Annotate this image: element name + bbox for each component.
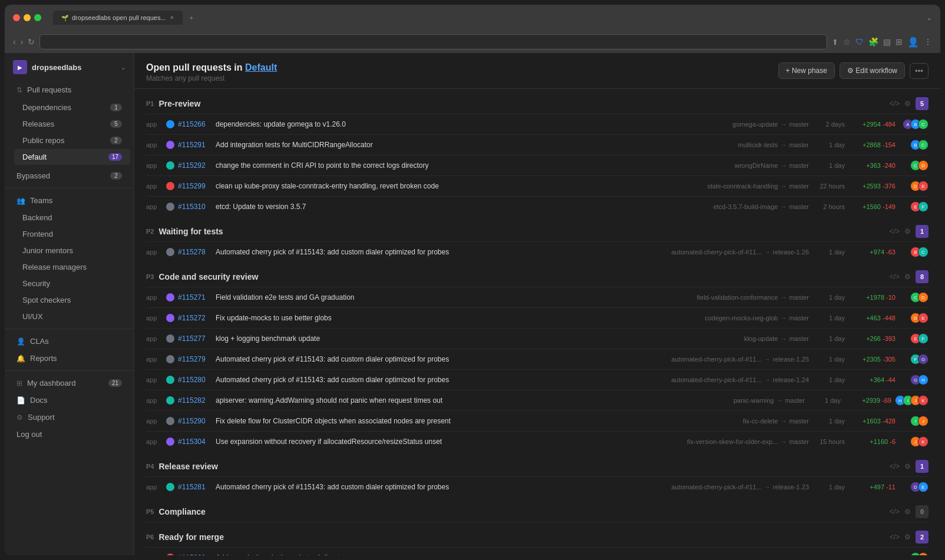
pr-number[interactable]: #115299 <box>178 182 212 190</box>
code-icon-p5[interactable]: </> <box>890 508 900 516</box>
diff-del: -393 <box>883 335 896 342</box>
org-header[interactable]: ▶ dropseedlabs ⌄ <box>5 53 134 81</box>
sidebar-item-public-repos[interactable]: Public repos 2 <box>14 132 130 148</box>
avatar-group: CD <box>910 160 929 171</box>
settings-icon-p6[interactable]: ⚙ <box>904 533 911 541</box>
pr-number[interactable]: #115291 <box>178 141 212 149</box>
sidebar-item-dependencies[interactable]: Dependencies 1 <box>14 100 130 115</box>
default-badge: 17 <box>108 153 122 161</box>
sidebar-item-docs[interactable]: 📄 Docs <box>8 392 130 408</box>
pr-title[interactable]: Automated cherry pick of #115143: add cu… <box>216 248 668 256</box>
pr-title[interactable]: Fix update-mocks to use better globs <box>216 314 701 322</box>
pr-title[interactable]: klog + logging benchmark update <box>216 334 741 343</box>
reload-button[interactable]: ↻ <box>28 37 35 47</box>
sidebar-item-frontend[interactable]: Frontend <box>14 226 130 242</box>
more-options-icon[interactable]: ⋮ <box>924 37 932 47</box>
close-button[interactable] <box>13 14 20 21</box>
pr-title[interactable]: apiserver: warning.AddWarning should not… <box>216 396 730 405</box>
pr-title[interactable]: clean up kube-proxy stale-conntrack-entr… <box>216 182 704 190</box>
pr-number[interactable]: #115304 <box>178 438 212 446</box>
pr-number[interactable]: #115310 <box>178 203 212 211</box>
share-icon[interactable]: ⬆ <box>832 38 838 47</box>
maximize-button[interactable] <box>34 14 41 21</box>
sidebar-item-releases[interactable]: Releases 5 <box>14 116 130 132</box>
phase-header-p6: P6 Ready for merge </> ⚙ 2 <box>146 522 929 548</box>
code-icon-p4[interactable]: </> <box>890 462 900 470</box>
pr-number[interactable]: #115269 <box>178 554 212 555</box>
pr-number[interactable]: #115281 <box>178 483 212 491</box>
branch-to: master <box>789 554 809 555</box>
sidebar-item-teams[interactable]: 👥 Teams <box>8 193 130 208</box>
sidebar-item-support[interactable]: ⚙ Support <box>8 409 130 425</box>
address-bar[interactable] <box>39 34 827 49</box>
main-header: Open pull requests in Default Matches an… <box>134 53 940 89</box>
pr-title[interactable]: Add new device plugin socket subdirector… <box>216 554 723 555</box>
sidebar-item-pull-requests[interactable]: ⇅ Pull requests <box>8 82 130 98</box>
minimize-button[interactable] <box>24 14 31 21</box>
pr-title[interactable]: Automated cherry pick of #115143: add cu… <box>216 483 668 491</box>
pr-title[interactable]: dependencies: update gomega to v1.26.0 <box>216 120 729 128</box>
new-phase-button[interactable]: + New phase <box>778 62 835 79</box>
pr-number[interactable]: #115279 <box>178 355 212 363</box>
pr-diff: +266 -393 <box>848 335 896 342</box>
pr-title[interactable]: Automated cherry pick of #115143: add cu… <box>216 355 668 363</box>
sidebar-item-backend[interactable]: Backend <box>14 210 130 226</box>
tab-close-icon[interactable]: ✕ <box>170 15 174 21</box>
pr-number[interactable]: #115292 <box>178 161 212 170</box>
sidebar-item-spot-checkers[interactable]: Spot checkers <box>14 292 130 308</box>
sidebar-item-ui-ux[interactable]: UI/UX <box>14 309 130 324</box>
tab-overview-icon[interactable]: ⊞ <box>896 37 903 47</box>
docs-label: Docs <box>30 396 122 405</box>
sidebar-icon[interactable]: ▤ <box>883 37 891 47</box>
pr-number[interactable]: #115271 <box>178 293 212 301</box>
code-icon-p6[interactable]: </> <box>890 533 900 541</box>
pr-title[interactable]: Use expansion without recovery if alloca… <box>216 438 683 446</box>
pr-number[interactable]: #115290 <box>178 417 212 425</box>
code-icon-p3[interactable]: </> <box>890 273 900 281</box>
code-icon-p1[interactable]: </> <box>890 100 900 108</box>
sidebar-item-security[interactable]: Security <box>14 276 130 291</box>
pr-title[interactable]: Automated cherry pick of #115143: add cu… <box>216 376 668 384</box>
pr-title[interactable]: Add integration tests for MultiCIDRRange… <box>216 141 735 149</box>
pr-title[interactable]: change the comment in CRI API to point t… <box>216 161 731 170</box>
profile-icon[interactable]: 👤 <box>907 37 919 48</box>
pr-title[interactable]: Field validation e2e tests and GA gradua… <box>216 293 693 301</box>
settings-icon-p4[interactable]: ⚙ <box>904 462 911 470</box>
sidebar-item-junior-mentors[interactable]: Junior mentors <box>14 243 130 259</box>
sidebar-item-release-managers[interactable]: Release managers <box>14 259 130 275</box>
active-tab[interactable]: 🌱 dropseedlabs open pull reques... ✕ <box>53 11 183 25</box>
more-options-button[interactable]: ••• <box>910 63 929 79</box>
pr-title[interactable]: etcd: Update to version 3.5.7 <box>216 203 710 211</box>
pr-app: app <box>146 483 163 491</box>
settings-icon-p3[interactable]: ⚙ <box>904 273 911 281</box>
back-button[interactable]: ‹ <box>13 37 16 47</box>
branch-to: master <box>789 438 809 445</box>
shield-icon[interactable]: 🛡 <box>855 37 864 47</box>
page-title-link[interactable]: Default <box>245 62 277 72</box>
diff-add: +2954 <box>863 121 881 128</box>
sidebar-item-clas[interactable]: 👤 CLAs <box>8 333 130 349</box>
pr-number[interactable]: #115277 <box>178 334 212 343</box>
branch-to: release-1.24 <box>773 376 809 383</box>
pr-number[interactable]: #115282 <box>178 396 212 405</box>
pr-number[interactable]: #115278 <box>178 248 212 256</box>
pr-title[interactable]: Fix delete flow for ClusterCIDR objects … <box>216 417 739 425</box>
forward-button[interactable]: › <box>21 37 24 47</box>
pr-number[interactable]: #115272 <box>178 314 212 322</box>
sidebar-item-reports[interactable]: 🔔 Reports <box>8 350 130 366</box>
settings-icon-p5[interactable]: ⚙ <box>904 508 911 516</box>
pr-number[interactable]: #115266 <box>178 120 212 128</box>
bookmark-icon[interactable]: ☆ <box>843 37 851 47</box>
settings-icon-p1[interactable]: ⚙ <box>904 100 911 108</box>
extension-icon[interactable]: 🧩 <box>868 37 878 47</box>
new-tab-button[interactable]: + <box>185 11 198 25</box>
sidebar-item-bypassed[interactable]: Bypassed 2 <box>8 168 130 184</box>
code-icon-p2[interactable]: </> <box>890 227 900 236</box>
pr-number[interactable]: #115280 <box>178 376 212 384</box>
settings-icon-p2[interactable]: ⚙ <box>904 227 911 236</box>
window-chevron-icon[interactable]: ⌄ <box>926 14 932 22</box>
sidebar-item-default[interactable]: Default 17 <box>14 149 130 165</box>
edit-workflow-button[interactable]: ⚙ Edit workflow <box>840 62 905 79</box>
sidebar-item-my-dashboard[interactable]: ⊞ My dashboard 21 <box>8 375 130 391</box>
sidebar-item-logout[interactable]: Log out <box>8 426 130 442</box>
